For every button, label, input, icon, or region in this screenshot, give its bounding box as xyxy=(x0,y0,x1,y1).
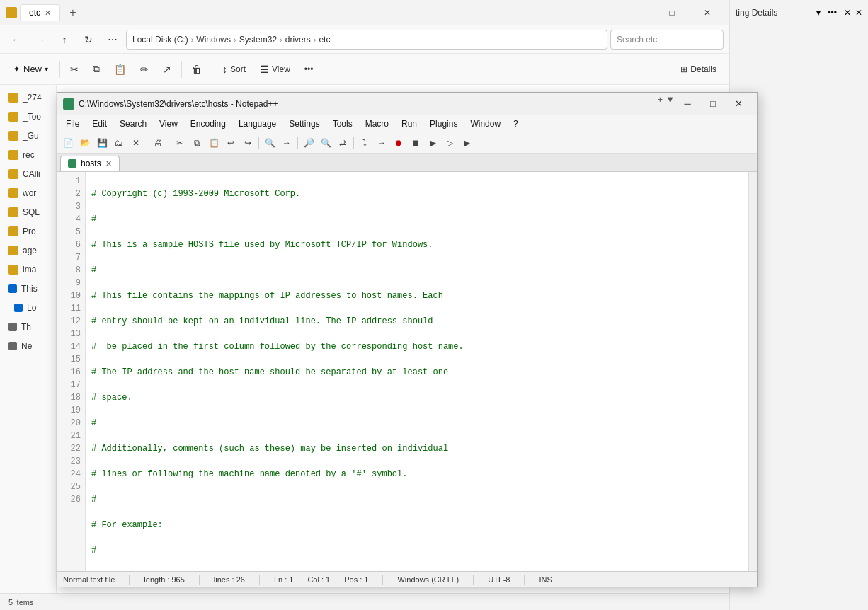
items-count: 5 items xyxy=(8,598,33,606)
right-panel-more[interactable]: ••• xyxy=(828,8,837,18)
right-panel-close[interactable]: ✕ xyxy=(844,8,851,18)
tool-save[interactable]: 💾 xyxy=(94,135,110,151)
menu-view[interactable]: View xyxy=(154,117,183,130)
menu-settings[interactable]: Settings xyxy=(283,117,325,130)
up-btn[interactable]: ↑ xyxy=(54,29,75,50)
tool-macro-stop[interactable]: ⏹ xyxy=(408,135,423,151)
sidebar-item-this[interactable]: This xyxy=(3,280,53,298)
npp-tab-hosts[interactable]: hosts ✕ xyxy=(60,156,120,171)
sidebar-item-274[interactable]: _274 xyxy=(3,88,53,107)
sidebar-item-calli[interactable]: CAlli xyxy=(3,165,53,183)
code-line-4: # xyxy=(91,264,743,277)
new-tab-btn[interactable]: + xyxy=(63,3,83,23)
share-btn[interactable]: ↗ xyxy=(157,61,177,78)
close-btn[interactable]: ✕ xyxy=(691,1,724,24)
tool-wrap[interactable]: ⤵ xyxy=(357,135,372,151)
tool-redo[interactable]: ↪ xyxy=(240,135,256,151)
tool-new[interactable]: 📄 xyxy=(60,135,76,151)
menu-edit[interactable]: Edit xyxy=(86,117,113,130)
refresh-btn[interactable]: ↻ xyxy=(78,29,99,50)
npp-minimize-btn[interactable]: ─ xyxy=(675,94,700,114)
expand-btn[interactable]: ⋯ xyxy=(102,29,123,50)
minimize-btn[interactable]: ─ xyxy=(620,1,653,24)
back-btn[interactable]: ← xyxy=(6,29,27,50)
npp-tab-close-btn[interactable]: ✕ xyxy=(105,159,112,168)
sort-btn[interactable]: ↕ Sort xyxy=(217,61,251,78)
tool-paste[interactable]: 📋 xyxy=(206,135,222,151)
tool-print[interactable]: 🖨 xyxy=(150,135,166,151)
tool-macro-play[interactable]: ▶ xyxy=(425,135,440,151)
details-btn[interactable]: ⊞ Details xyxy=(673,62,724,77)
sidebar-item-gu[interactable]: _Gu xyxy=(3,127,53,145)
tool-macro-save[interactable]: ▷ xyxy=(442,135,457,151)
menu-window[interactable]: Window xyxy=(464,117,506,130)
sidebar-item-lo[interactable]: Lo xyxy=(3,299,53,317)
tool-zoom-in[interactable]: 🔎 xyxy=(301,135,316,151)
explorer-tab[interactable]: etc ✕ xyxy=(20,4,60,21)
folder-icon xyxy=(8,188,18,198)
new-icon: ✦ xyxy=(13,64,21,74)
code-content[interactable]: # Copyright (c) 1993-2009 Microsoft Corp… xyxy=(86,172,748,571)
tool-macro-rec[interactable]: ⏺ xyxy=(391,135,406,151)
tool-indent[interactable]: → xyxy=(374,135,389,151)
tool-sync[interactable]: ⇄ xyxy=(335,135,350,151)
tool-zoom-out[interactable]: 🔍 xyxy=(318,135,333,151)
explorer-window-controls: ─ □ ✕ xyxy=(620,1,724,24)
tool-copy[interactable]: ⧉ xyxy=(189,135,205,151)
cut-btn[interactable]: ✂ xyxy=(64,61,84,78)
menu-encoding[interactable]: Encoding xyxy=(185,117,232,130)
address-bar[interactable]: Local Disk (C:) › Windows › System32 › d… xyxy=(126,30,607,50)
tool-run[interactable]: ▶ xyxy=(459,135,474,151)
sidebar-item-pro[interactable]: Pro xyxy=(3,222,53,241)
explorer-folder-icon xyxy=(6,7,17,18)
delete-btn[interactable]: 🗑 xyxy=(186,61,207,78)
tool-replace[interactable]: ↔ xyxy=(279,135,295,151)
tool-close[interactable]: ✕ xyxy=(128,135,144,151)
menu-help[interactable]: ? xyxy=(508,117,524,130)
tool-open[interactable]: 📂 xyxy=(77,135,93,151)
npp-scrollbar[interactable] xyxy=(748,172,757,571)
maximize-btn[interactable]: □ xyxy=(656,1,688,24)
menu-language[interactable]: Language xyxy=(233,117,282,130)
new-button[interactable]: ✦ New ▾ xyxy=(6,61,55,77)
sidebar-item-wor[interactable]: wor xyxy=(3,184,53,202)
sidebar-item-ima[interactable]: ima xyxy=(3,260,53,279)
menu-run[interactable]: Run xyxy=(396,117,423,130)
menu-plugins[interactable]: Plugins xyxy=(424,117,463,130)
npp-plus-btn[interactable]: + xyxy=(658,94,663,114)
right-panel-close2[interactable]: ✕ xyxy=(855,8,862,18)
tab-close-btn[interactable]: ✕ xyxy=(45,8,51,18)
breadcrumb-system32: System32 xyxy=(239,35,277,45)
sort-label: Sort xyxy=(230,64,246,74)
npp-close-btn[interactable]: ✕ xyxy=(726,94,751,114)
view-btn[interactable]: ☰ View xyxy=(254,61,296,78)
tool-save-all[interactable]: 🗂 xyxy=(111,135,127,151)
npp-dropdown-btn[interactable]: ▼ xyxy=(666,94,675,114)
menu-tools[interactable]: Tools xyxy=(327,117,358,130)
npp-maximize-btn[interactable]: □ xyxy=(700,94,726,114)
tool-cut[interactable]: ✂ xyxy=(172,135,188,151)
code-line-14: # For example: xyxy=(91,519,743,531)
forward-btn[interactable]: → xyxy=(30,29,51,50)
sidebar-item-label: Th xyxy=(21,322,31,332)
tool-undo[interactable]: ↩ xyxy=(223,135,239,151)
sidebar-item-ne[interactable]: Ne xyxy=(3,337,53,355)
rename-btn[interactable]: ✏ xyxy=(135,61,154,78)
tool-find[interactable]: 🔍 xyxy=(262,135,278,151)
sidebar-item-sql[interactable]: SQL xyxy=(3,203,53,221)
search-box[interactable]: Search etc xyxy=(610,30,724,50)
sidebar-item-rec[interactable]: rec xyxy=(3,146,53,164)
menu-file[interactable]: File xyxy=(60,117,85,130)
copy-btn[interactable]: ⧉ xyxy=(87,60,105,78)
menu-macro[interactable]: Macro xyxy=(360,117,394,130)
sidebar-item-th[interactable]: Th xyxy=(3,318,53,336)
paste-btn[interactable]: 📋 xyxy=(108,61,132,78)
sidebar-item-age[interactable]: age xyxy=(3,241,53,260)
right-panel-dropdown[interactable]: ▾ xyxy=(816,8,821,18)
more-btn[interactable]: ••• xyxy=(299,62,319,77)
sidebar-item-too[interactable]: _Too xyxy=(3,108,53,126)
menu-search[interactable]: Search xyxy=(114,117,152,130)
code-line-13: # xyxy=(91,493,743,506)
npp-code-area[interactable]: 12345 678910 1112131415 1617181920 21222… xyxy=(57,172,757,571)
paste-icon: 📋 xyxy=(114,64,126,75)
